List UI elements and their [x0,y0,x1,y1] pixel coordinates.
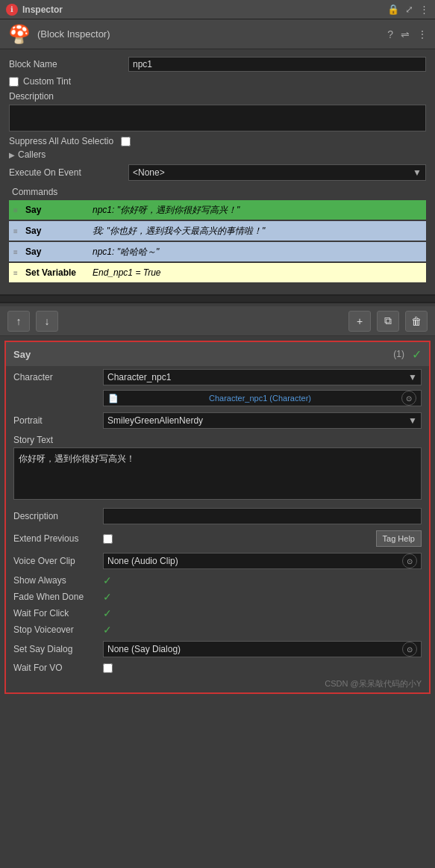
sub-header: 🍄 (Block Inspector) ? ⇌ ⋮ [0,19,435,49]
say-header: Say (1) ✓ [6,342,429,366]
tag-help-button[interactable]: Tag Help [376,530,422,547]
watermark-text: CSDN @呆呆敲代码的小Y [325,679,422,688]
inspector-icon: ℹ [6,4,18,16]
command-content: 我: "你也好，遇到我今天最高兴的事情啦！" [93,225,422,238]
extend-previous-row: Extend Previous Tag Help [6,527,429,550]
execute-dropdown[interactable]: <None> ▼ [128,164,426,181]
commands-section: Commands ≡ Say npc1: "你好呀，遇到你很好写高兴！" ≡ S… [9,187,426,282]
story-text-label: Story Text [13,435,422,445]
add-button[interactable]: + [348,311,371,332]
stop-voiceover-row: Stop Voiceover ✓ [6,621,429,638]
fade-when-done-row: Fade When Done ✓ [6,589,429,605]
suppress-checkbox[interactable] [121,137,131,146]
wait-for-vo-row: Wait For VO [6,660,429,675]
mushroom-icon: 🍄 [7,22,31,46]
copy-button[interactable]: ⧉ [377,311,399,332]
description-label: Description [9,91,426,102]
say-title: Say [13,349,31,360]
drag-handle-icon: ≡ [13,206,21,214]
command-row[interactable]: ≡ Say npc1: "哈哈哈～" [9,242,426,261]
trash-icon: 🗑 [411,315,422,327]
character-arrow-icon: ▼ [408,372,417,382]
say-block-inspector: Say (1) ✓ Character Character_npc1 ▼ 📄 C… [4,341,431,694]
callers-row: ▶ Callers [9,149,426,160]
move-up-button[interactable]: ↑ [7,311,30,332]
lock-icon[interactable]: 🔒 [387,4,399,15]
command-content: End_npc1 = True [93,267,422,278]
delete-button[interactable]: 🗑 [405,311,428,332]
portrait-row: Portrait SmileyGreenAlienNerdy ▼ [6,409,429,432]
block-name-label: Block Name [9,59,128,69]
voice-over-circle-btn[interactable]: ⊙ [402,554,417,568]
extend-previous-label: Extend Previous [13,533,103,544]
description-label: Description [13,511,103,521]
wait-for-vo-checkbox[interactable] [103,663,113,673]
command-content: npc1: "你好呀，遇到你很好写高兴！" [93,204,422,217]
portrait-dropdown[interactable]: SmileyGreenAlienNerdy ▼ [103,412,422,429]
drag-handle-icon: ≡ [13,248,21,256]
drag-handle-icon: ≡ [13,269,21,277]
description-input[interactable] [103,508,422,524]
execute-value: <None> [133,167,165,178]
header-title: Inspector [22,4,63,15]
more-icon[interactable]: ⋮ [417,28,428,40]
execute-label: Execute On Event [9,167,128,178]
character-dropdown[interactable]: Character_npc1 ▼ [103,369,422,385]
set-say-dialog-dropdown[interactable]: None (Say Dialog) ⊙ [103,641,422,657]
voice-over-dropdown[interactable]: None (Audio Clip) ⊙ [103,553,422,569]
voice-over-value: None (Audio Clip) [107,556,178,566]
drag-handle-icon: ≡ [13,227,21,235]
voice-over-label: Voice Over Clip [13,556,103,566]
custom-tint-label: Custom Tint [23,76,71,87]
portrait-arrow-icon: ▼ [408,415,417,426]
divider [0,294,435,303]
refresh-icon[interactable]: ⇌ [401,28,410,40]
set-say-dialog-label: Set Say Dialog [13,644,103,654]
story-text-area: Story Text 你好呀，遇到你很好写高兴！ [13,435,422,502]
maximize-icon[interactable]: ⤢ [405,4,413,15]
move-down-button[interactable]: ↓ [36,311,58,332]
character-label: Character [13,372,103,382]
help-icon[interactable]: ? [387,28,393,40]
command-type: Say [25,205,93,215]
command-type: Say [25,226,93,236]
header-bar: ℹ Inspector 🔒 ⤢ ⋮ [0,0,435,19]
character-ref-circle-btn[interactable]: ⊙ [401,391,416,406]
plus-icon: + [357,315,363,327]
command-row[interactable]: ≡ Set Variable End_npc1 = True [9,263,426,282]
menu-icon[interactable]: ⋮ [419,4,429,15]
command-row[interactable]: ≡ Say 我: "你也好，遇到我今天最高兴的事情啦！" [9,221,426,241]
character-ref[interactable]: 📄 Character_npc1 (Character) ⊙ [103,390,422,406]
portrait-value: SmileyGreenAlienNerdy [107,415,203,426]
extend-previous-checkbox[interactable] [103,534,113,544]
copy-icon: ⧉ [384,314,392,327]
show-always-label: Show Always [13,575,103,586]
show-always-check-icon: ✓ [103,574,112,586]
voice-over-row: Voice Over Clip None (Audio Clip) ⊙ [6,550,429,572]
description-input[interactable] [9,105,426,131]
bottom-toolbar: ↑ ↓ + ⧉ 🗑 [0,306,435,336]
show-always-row: Show Always ✓ [6,572,429,589]
character-ref-row: 📄 Character_npc1 (Character) ⊙ [6,388,429,409]
command-row[interactable]: ≡ Say npc1: "你好呀，遇到你很好写高兴！" [9,200,426,220]
character-value: Character_npc1 [107,372,171,382]
stop-voiceover-label: Stop Voiceover [13,624,103,635]
command-type: Say [25,247,93,257]
custom-tint-checkbox[interactable] [9,77,19,87]
execute-on-event-row: Execute On Event <None> ▼ [9,164,426,181]
set-say-dialog-circle-btn[interactable]: ⊙ [402,642,417,657]
story-text-input[interactable]: 你好呀，遇到你很好写高兴！ [13,447,422,500]
wait-for-click-label: Wait For Click [13,608,103,619]
character-row: Character Character_npc1 ▼ [6,366,429,388]
say-count: (1) [393,349,404,359]
block-inspector-title: (Block Inspector) [37,28,110,40]
sub-header-controls: ? ⇌ ⋮ [387,28,428,40]
block-name-input[interactable] [128,57,426,72]
callers-label: Callers [18,149,46,160]
execute-arrow-icon: ▼ [413,167,422,178]
watermark: CSDN @呆呆敲代码的小Y [6,675,429,692]
wait-for-vo-label: Wait For VO [13,663,103,673]
set-say-dialog-row: Set Say Dialog None (Say Dialog) ⊙ [6,638,429,660]
callers-arrow-icon: ▶ [9,151,15,159]
command-content: npc1: "哈哈哈～" [93,246,422,258]
